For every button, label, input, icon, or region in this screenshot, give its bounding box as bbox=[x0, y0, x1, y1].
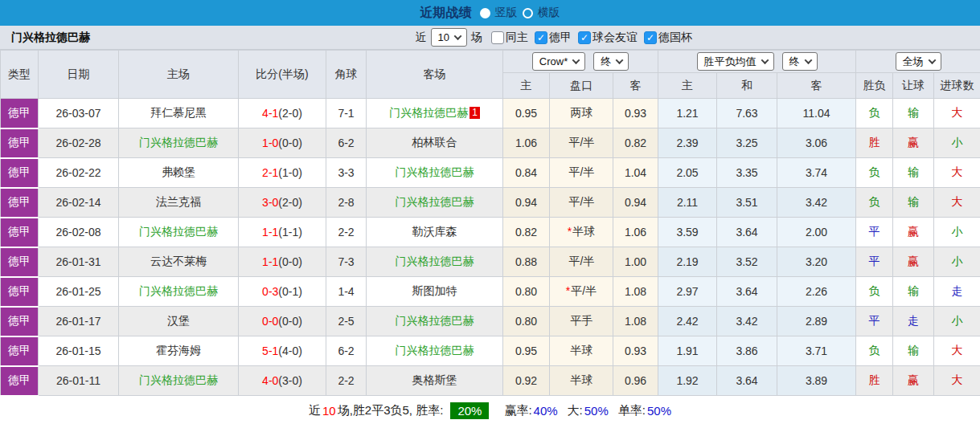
home-team-cell: 门兴格拉德巴赫 bbox=[119, 277, 239, 307]
score-cell: 1-1(1-1) bbox=[239, 218, 326, 247]
scope-select[interactable]: 全场 bbox=[896, 52, 941, 71]
away-team-cell: 奥格斯堡 bbox=[367, 366, 503, 396]
col-header-ah-away: 客 bbox=[613, 73, 658, 99]
score-cell: 2-1(1-0) bbox=[239, 158, 326, 188]
score-cell: 5-1(4-0) bbox=[239, 336, 326, 366]
goals-result-cell: 大 bbox=[934, 336, 980, 366]
layout-radio-label[interactable]: 竖版 bbox=[495, 6, 518, 20]
handicap-result-cell: 走 bbox=[893, 307, 934, 336]
eu-draw-odds-cell: 3.35 bbox=[717, 158, 777, 188]
ah-away-odds-cell: 1.06 bbox=[613, 218, 658, 247]
table-row: 德甲 26-01-11 门兴格拉德巴赫 4-0(3-0) 2-2 奥格斯堡 0.… bbox=[1, 366, 980, 396]
ah-line-cell: 平/半 bbox=[550, 247, 613, 277]
ah-line-cell: 平/半 bbox=[550, 128, 613, 158]
goals-result-cell: 小 bbox=[934, 307, 980, 336]
ah-home-odds-cell: 0.95 bbox=[503, 99, 550, 128]
results-table: 类型 日期 主场 比分(半场) 角球 客场 Crow* 终 bbox=[0, 50, 980, 397]
asian-odds-header: Crow* 终 bbox=[503, 51, 658, 73]
away-team-cell: 门兴格拉德巴赫 bbox=[367, 307, 503, 336]
euro-odds-select[interactable]: 胜平负均值 bbox=[697, 52, 774, 71]
ah-home-odds-cell: 0.94 bbox=[503, 188, 550, 218]
ah-away-odds-cell: 0.82 bbox=[613, 128, 658, 158]
filter-checkbox-label[interactable]: 德国杯 bbox=[658, 31, 692, 45]
corner-cell: 7-1 bbox=[326, 99, 367, 128]
result-cell: 负 bbox=[856, 277, 893, 307]
filter-checkbox-label[interactable]: 球会友谊 bbox=[593, 31, 638, 45]
win-rate-badge: 20% bbox=[450, 402, 489, 419]
corner-cell: 6-2 bbox=[326, 336, 367, 366]
goals-result-cell: 小 bbox=[934, 247, 980, 277]
table-row: 德甲 26-01-15 霍芬海姆 5-1(4-0) 6-2 门兴格拉德巴赫 0.… bbox=[1, 336, 980, 366]
col-header-corner: 角球 bbox=[326, 51, 367, 99]
stat-win-value: 40% bbox=[534, 404, 558, 418]
col-header-result: 胜负 bbox=[856, 73, 893, 99]
ah-home-odds-cell: 0.95 bbox=[503, 336, 550, 366]
ah-line-cell: *平/半 bbox=[550, 277, 613, 307]
result-cell: 负 bbox=[856, 158, 893, 188]
handicap-result-cell: 赢 bbox=[893, 218, 934, 247]
chevron-down-icon bbox=[616, 56, 624, 64]
corner-cell: 3-3 bbox=[326, 158, 367, 188]
date-cell: 26-01-25 bbox=[39, 277, 119, 307]
layout-radio-unselected[interactable] bbox=[523, 8, 533, 18]
home-team-cell: 霍芬海姆 bbox=[119, 336, 239, 366]
stat-over-label: 大: bbox=[568, 403, 583, 418]
filter-checkbox[interactable]: ✓ bbox=[644, 31, 657, 44]
eu-home-odds-cell: 1.92 bbox=[658, 366, 717, 396]
odds-company-select[interactable]: Crow* bbox=[532, 52, 585, 71]
ah-line-cell: 半球 bbox=[550, 336, 613, 366]
euro-odds-state-select[interactable]: 终 bbox=[782, 52, 818, 71]
recent-count-select[interactable]: 10 bbox=[431, 28, 467, 47]
chevron-down-icon bbox=[761, 56, 769, 64]
ah-line-cell: 平/半 bbox=[550, 188, 613, 218]
asian-odds-state-select[interactable]: 终 bbox=[593, 52, 629, 71]
score-cell: 0-0(0-0) bbox=[239, 307, 326, 336]
away-team-cell: 门兴格拉德巴赫 bbox=[367, 188, 503, 218]
col-header-handicap: 让球 bbox=[893, 73, 934, 99]
eu-home-odds-cell: 2.11 bbox=[658, 188, 717, 218]
goals-result-cell: 走 bbox=[934, 277, 980, 307]
eu-home-odds-cell: 2.39 bbox=[658, 128, 717, 158]
score-cell: 4-1(2-0) bbox=[239, 99, 326, 128]
eu-away-odds-cell: 3.74 bbox=[777, 158, 856, 188]
filter-checkbox-label[interactable]: 德甲 bbox=[549, 31, 572, 45]
chevron-down-icon bbox=[928, 56, 936, 64]
chevron-down-icon bbox=[572, 56, 580, 64]
goals-result-cell: 大 bbox=[934, 366, 980, 396]
eu-home-odds-cell: 1.21 bbox=[658, 99, 717, 128]
layout-radio-selected[interactable] bbox=[480, 8, 490, 18]
stat-over-value: 50% bbox=[584, 404, 609, 418]
date-cell: 26-02-14 bbox=[39, 188, 119, 218]
eu-away-odds-cell: 2.00 bbox=[777, 218, 856, 247]
col-header-away: 客场 bbox=[367, 51, 503, 99]
away-team-cell: 勒沃库森 bbox=[367, 218, 503, 247]
league-filter-group: 同主✓德甲✓球会友谊✓德国杯 bbox=[486, 31, 692, 45]
ah-away-odds-cell: 1.08 bbox=[613, 277, 658, 307]
col-header-ah-home: 主 bbox=[503, 73, 550, 99]
league-cell: 德甲 bbox=[1, 218, 39, 247]
table-row: 德甲 26-03-07 拜仁慕尼黑 4-1(2-0) 7-1 门兴格拉德巴赫1 … bbox=[1, 99, 980, 128]
result-cell: 平 bbox=[856, 247, 893, 277]
layout-radio-label[interactable]: 横版 bbox=[538, 6, 560, 20]
result-cell: 平 bbox=[856, 307, 893, 336]
filter-checkbox[interactable]: ✓ bbox=[535, 31, 547, 44]
handicap-result-cell: 输 bbox=[893, 336, 934, 366]
handicap-result-cell: 赢 bbox=[893, 366, 934, 396]
goals-result-cell: 大 bbox=[934, 188, 980, 218]
ah-home-odds-cell: 0.84 bbox=[503, 158, 550, 188]
filter-checkbox-label[interactable]: 同主 bbox=[506, 31, 528, 45]
handicap-result-cell: 输 bbox=[893, 158, 934, 188]
ah-home-odds-cell: 0.82 bbox=[503, 218, 550, 247]
table-row: 德甲 26-02-14 法兰克福 3-0(2-0) 2-8 门兴格拉德巴赫 0.… bbox=[1, 188, 980, 218]
date-cell: 26-02-22 bbox=[39, 158, 119, 188]
corner-cell: 2-8 bbox=[326, 188, 367, 218]
ah-away-odds-cell: 1.04 bbox=[613, 158, 658, 188]
table-row: 德甲 26-01-25 门兴格拉德巴赫 0-3(0-1) 1-4 斯图加特 0.… bbox=[1, 277, 980, 307]
filter-checkbox[interactable]: ✓ bbox=[578, 31, 591, 44]
filter-checkbox[interactable] bbox=[491, 31, 504, 44]
result-cell: 负 bbox=[856, 336, 893, 366]
date-cell: 26-03-07 bbox=[39, 99, 119, 128]
eu-away-odds-cell: 3.42 bbox=[777, 188, 856, 218]
recent-prefix-label: 近 bbox=[416, 31, 427, 45]
eu-home-odds-cell: 2.42 bbox=[658, 307, 717, 336]
